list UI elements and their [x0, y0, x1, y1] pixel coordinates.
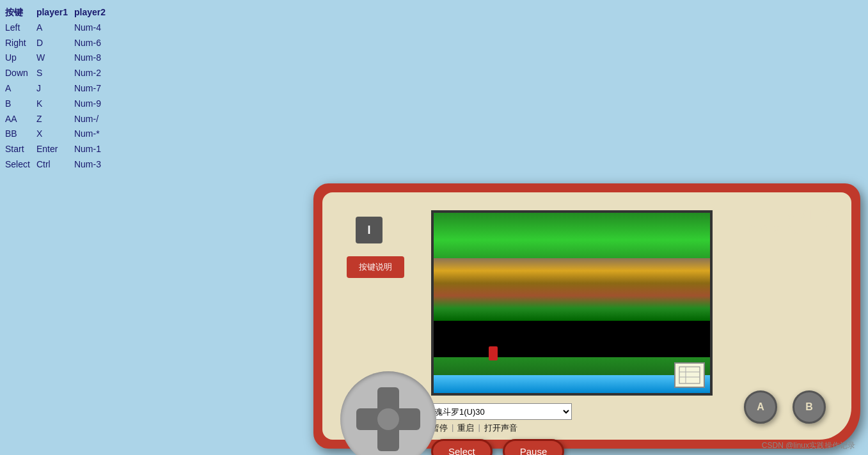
keytable-cell: Select: [5, 157, 36, 173]
sound-text-button[interactable]: 打开声音: [484, 422, 517, 434]
oval-buttons-row: Select Pause: [431, 439, 713, 455]
keytable-cell: J: [36, 81, 74, 96]
keytable-cell: Num-8: [74, 50, 112, 66]
keytable-cell: Start: [5, 142, 36, 157]
keytable-cell: AA: [5, 112, 36, 127]
b-button[interactable]: B: [793, 390, 826, 424]
col-header-key: 按键: [5, 7, 23, 17]
keytable-cell: Num-/: [74, 112, 112, 127]
col-header-p1: player1: [36, 7, 68, 17]
keytable-cell: Right: [5, 36, 36, 51]
keytable-cell: A: [5, 81, 36, 96]
brand-label: FAMILY COMPUTER: [749, 206, 832, 237]
keytable-cell: Num-*: [74, 127, 112, 142]
dpad-container: [340, 371, 436, 455]
keytable-cell: W: [36, 50, 74, 66]
keytable-cell: D: [36, 36, 74, 51]
key-explain-button[interactable]: 按键说明: [347, 256, 404, 278]
console-inner: FAMILY COMPUTER I 按键说明: [322, 192, 851, 440]
a-button[interactable]: A: [744, 390, 777, 424]
keytable-cell: X: [36, 127, 74, 142]
game-display: [434, 213, 710, 393]
col-header-p2: player2: [74, 7, 106, 17]
rom-select-dropdown[interactable]: 魂斗罗1(U)30: [431, 403, 572, 420]
svg-rect-0: [679, 367, 700, 383]
keytable-cell: Left: [5, 20, 36, 36]
keytable-cell: B: [5, 96, 36, 112]
pause-button[interactable]: Pause: [503, 439, 565, 455]
keytable-cell: BB: [5, 127, 36, 142]
game-water: [434, 375, 710, 393]
watermark-text: CSDN @linux实践操作记录: [762, 440, 855, 451]
keytable-cell: S: [36, 66, 74, 81]
game-screen-wrapper: [431, 210, 713, 396]
controls-area: 魂斗罗1(U)30 暂停 | 重启 | 打开声音 Select Pause: [431, 403, 713, 455]
console-body: FAMILY COMPUTER I 按键说明: [313, 183, 860, 449]
restart-text-button[interactable]: 重启: [457, 422, 474, 434]
keytable-cell: Z: [36, 112, 74, 127]
keytable-cell: Num-7: [74, 81, 112, 96]
keytable-cell: Down: [5, 66, 36, 81]
keytable-cell: Num-9: [74, 96, 112, 112]
dpad-center: [377, 408, 399, 430]
dpad-cross[interactable]: [356, 387, 420, 451]
keytable-cell: K: [36, 96, 74, 112]
game-foliage-mid: [434, 258, 710, 321]
rom-selector-row: 魂斗罗1(U)30: [431, 403, 713, 420]
select-button[interactable]: Select: [431, 439, 493, 455]
keytable-cell: Up: [5, 50, 36, 66]
ab-buttons-group: A B: [744, 390, 826, 424]
keytable-cell: Num-2: [74, 66, 112, 81]
keytable-cell: A: [36, 20, 74, 36]
power-button[interactable]: I: [356, 217, 383, 243]
keytable-cell: Num-6: [74, 36, 112, 51]
game-item-box: [674, 362, 705, 388]
keytable-cell: Enter: [36, 142, 74, 157]
player-sprite: [489, 346, 498, 360]
keytable-cell: Num-3: [74, 157, 112, 173]
keytable-cell: Num-1: [74, 142, 112, 157]
action-buttons-row: 暂停 | 重启 | 打开声音: [431, 422, 713, 434]
keytable-cell: Ctrl: [36, 157, 74, 173]
key-mapping-table: 按键 player1 player2 LeftANum-4RightDNum-6…: [5, 5, 112, 173]
keytable-cell: Num-4: [74, 20, 112, 36]
